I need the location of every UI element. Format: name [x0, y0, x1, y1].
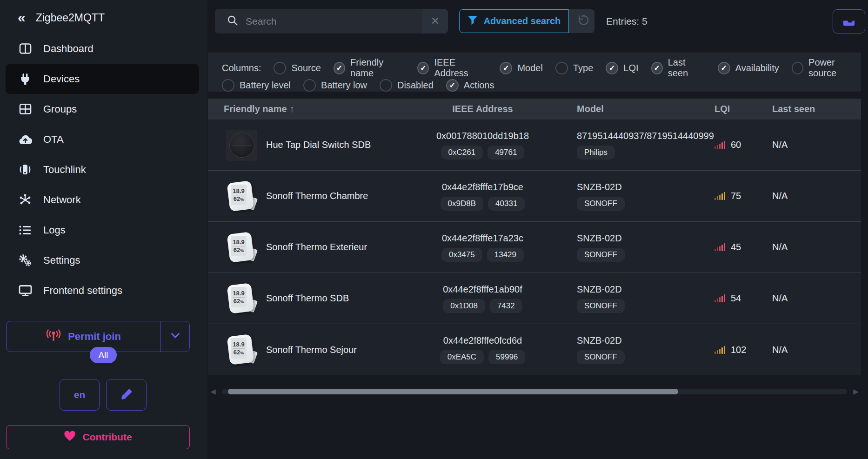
- device-image-sonoff-thermo: 18.962%: [227, 334, 257, 365]
- column-toggle-disabled[interactable]: Disabled: [380, 79, 434, 92]
- network-address-hex-badge: 0x1D08: [443, 299, 485, 313]
- column-toggle-battery-low[interactable]: Battery low: [303, 79, 367, 92]
- ieee-address: 0x44e2f8fffe1ab90f: [443, 284, 522, 295]
- contribute-button[interactable]: Contribute: [6, 425, 190, 449]
- app-title: Zigbee2MQTT: [36, 12, 105, 24]
- checkbox-unchecked-icon: [380, 79, 392, 92]
- advanced-search-group: Advanced search: [459, 9, 594, 33]
- device-friendly-name[interactable]: Sonoff Thermo Chambre: [266, 191, 419, 201]
- sidebar-item-ota[interactable]: OTA: [6, 124, 199, 154]
- sidebar-item-devices[interactable]: Devices: [6, 64, 199, 94]
- column-toggle-ieee-address[interactable]: ✓IEEE Address: [417, 57, 487, 79]
- model-cell: SNZB-02DSONOFF: [547, 233, 712, 262]
- sidebar-item-label: Touchlink: [43, 164, 86, 176]
- sidebar-item-logs[interactable]: Logs: [6, 215, 199, 245]
- signal-bars-icon: [714, 139, 727, 151]
- network-icon: [18, 193, 33, 206]
- inbox-button[interactable]: [833, 9, 865, 33]
- table-row[interactable]: 18.962%Sonoff Thermo SDB0x44e2f8fffe1ab9…: [208, 273, 861, 324]
- header-ieee-address[interactable]: IEEE Address: [419, 104, 547, 114]
- table-header: Friendly name↑ IEEE Address Model LQI La…: [208, 99, 861, 120]
- header-friendly-name[interactable]: Friendly name↑: [208, 104, 419, 114]
- clear-search-button[interactable]: ✕: [422, 9, 448, 33]
- sidebar-item-groups[interactable]: Groups: [6, 94, 199, 124]
- scrollbar-thumb[interactable]: [228, 389, 678, 394]
- column-toggle-battery-level[interactable]: Battery level: [222, 79, 291, 92]
- header-lqi[interactable]: LQI: [712, 104, 768, 114]
- model-cell: SNZB-02DSONOFF: [547, 284, 712, 313]
- device-image-sonoff-thermo: 18.962%: [227, 181, 257, 212]
- device-image-cell: 18.962%: [208, 181, 266, 212]
- table-row[interactable]: 18.962%Sonoff Thermo Exterieur0x44e2f8ff…: [208, 222, 861, 273]
- table-row[interactable]: 18.962%Sonoff Thermo Sejour0x44e2f8fffe0…: [208, 324, 861, 375]
- column-toggle-last-seen[interactable]: ✓Last seen: [651, 57, 705, 79]
- table-row[interactable]: 18.962%Sonoff Thermo Chambre0x44e2f8fffe…: [208, 171, 861, 222]
- lcd-display: 18.962%: [231, 287, 247, 307]
- header-model[interactable]: Model: [547, 104, 712, 114]
- vendor-badge: Philips: [577, 146, 615, 160]
- theme-button[interactable]: [106, 379, 147, 411]
- checkbox-checked-icon: ✓: [446, 79, 459, 92]
- column-toggle-lqi[interactable]: ✓LQI: [606, 62, 638, 74]
- column-toggle-label: LQI: [623, 63, 638, 73]
- column-toggle-label: Model: [517, 63, 542, 73]
- column-toggle-actions[interactable]: ✓Actions: [446, 79, 494, 92]
- header-last-seen[interactable]: Last seen: [768, 104, 861, 114]
- reset-filters-button[interactable]: [569, 9, 594, 33]
- column-toggle-label: Type: [573, 63, 593, 73]
- permit-join-button[interactable]: Permit join: [7, 321, 160, 352]
- checkbox-checked-icon: ✓: [417, 62, 429, 74]
- ieee-address-cell: 0x001788010dd19b180xC26149761: [419, 131, 547, 160]
- advanced-search-button[interactable]: Advanced search: [459, 9, 569, 33]
- signal-bars-icon: [714, 344, 727, 356]
- column-toggle-type[interactable]: Type: [555, 62, 593, 74]
- column-toggle-power-source[interactable]: Power source: [792, 57, 861, 79]
- columns-line-2: Battery levelBattery lowDisabled✓Actions: [222, 79, 861, 92]
- device-image-cell: 18.962%: [208, 334, 266, 365]
- device-friendly-name[interactable]: Sonoff Thermo Exterieur: [266, 242, 419, 253]
- checkbox-unchecked-icon: [222, 79, 234, 92]
- device-friendly-name[interactable]: Hue Tap Dial Switch SDB: [266, 140, 419, 150]
- column-toggle-friendly-name[interactable]: ✓Friendly name: [334, 57, 405, 79]
- device-friendly-name[interactable]: Sonoff Thermo Sejour: [266, 345, 419, 355]
- ieee-address-cell: 0x44e2f8fffe1ab90f0x1D087432: [419, 284, 547, 313]
- sidebar-item-dashboard[interactable]: Dashboard: [6, 33, 199, 64]
- lqi-value: 45: [731, 242, 741, 253]
- collapse-sidebar-icon[interactable]: «: [18, 11, 26, 25]
- language-button[interactable]: en: [60, 379, 100, 411]
- scrollbar-track[interactable]: [222, 389, 847, 394]
- vendor-badge: SONOFF: [577, 350, 625, 364]
- antenna-icon: [46, 328, 61, 345]
- ieee-address: 0x001788010dd19b18: [436, 131, 529, 141]
- search-box: [215, 9, 422, 33]
- sidebar-item-network[interactable]: Network: [6, 185, 199, 215]
- touchlink-icon: [18, 163, 33, 176]
- device-friendly-name[interactable]: Sonoff Thermo SDB: [266, 293, 419, 304]
- lqi-cell: 75: [712, 190, 768, 202]
- column-toggle-availability[interactable]: ✓Availability: [718, 62, 779, 74]
- search-input[interactable]: [246, 16, 422, 27]
- sidebar-item-frontend-settings[interactable]: Frontend settings: [6, 275, 199, 306]
- vendor-badge: SONOFF: [577, 197, 625, 211]
- scroll-right-icon[interactable]: ▶: [851, 387, 861, 396]
- device-image-hue-dial: [227, 130, 257, 160]
- lqi-cell: 54: [712, 293, 768, 304]
- checkbox-unchecked-icon: [303, 79, 316, 92]
- last-seen-value: N/A: [768, 191, 861, 201]
- network-address-hex-badge: 0xEA5C: [440, 350, 484, 364]
- columns-caption: Columns:: [222, 63, 261, 73]
- sidebar: « Zigbee2MQTT DashboardDevicesGroupsOTAT…: [0, 0, 207, 459]
- sidebar-item-touchlink[interactable]: Touchlink: [6, 154, 199, 185]
- sidebar-item-label: Groups: [43, 103, 77, 115]
- vendor-badge: SONOFF: [577, 248, 625, 262]
- checkbox-unchecked-icon: [274, 62, 286, 74]
- column-toggle-model[interactable]: ✓Model: [500, 62, 542, 74]
- scroll-left-icon[interactable]: ◀: [208, 387, 218, 396]
- sidebar-item-label: Settings: [43, 254, 80, 266]
- entries-count: Entries: 5: [606, 9, 648, 33]
- table-row[interactable]: Hue Tap Dial Switch SDB0x001788010dd19b1…: [208, 120, 861, 171]
- column-toggle-source[interactable]: Source: [274, 62, 320, 74]
- permit-join-target-badge[interactable]: All: [90, 347, 117, 363]
- permit-join-dropdown-button[interactable]: [160, 321, 189, 352]
- sidebar-item-settings[interactable]: Settings: [6, 245, 199, 275]
